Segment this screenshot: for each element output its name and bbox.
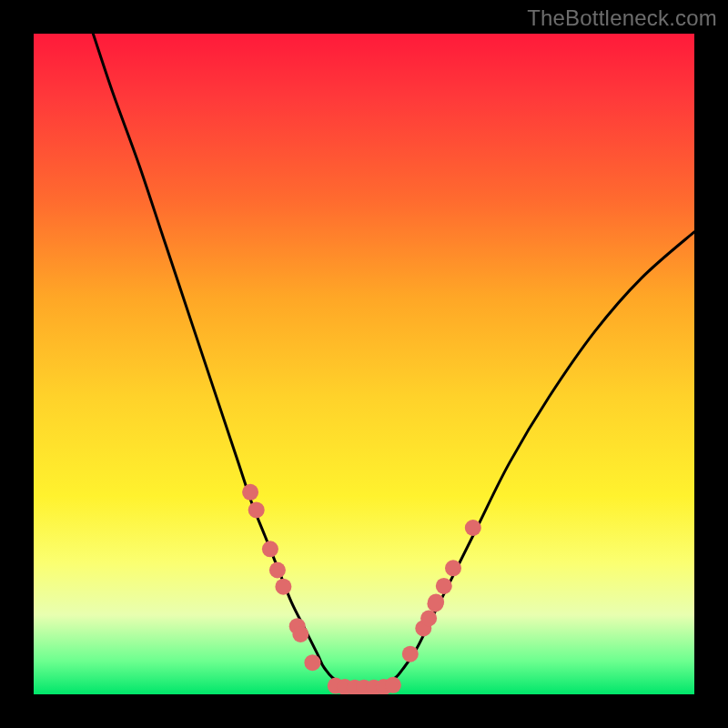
data-point bbox=[269, 562, 286, 579]
data-point bbox=[304, 654, 320, 671]
data-point bbox=[436, 578, 452, 594]
chart-stage: TheBottleneck.com bbox=[0, 0, 728, 728]
curve-layer bbox=[93, 34, 694, 688]
data-point bbox=[248, 501, 265, 518]
dots-layer bbox=[242, 484, 481, 694]
watermark-text: TheBottleneck.com bbox=[527, 5, 717, 31]
data-point bbox=[242, 484, 258, 500]
plot-area bbox=[34, 34, 694, 694]
data-point bbox=[445, 560, 461, 576]
bottleneck-curve bbox=[93, 34, 694, 688]
data-point bbox=[402, 646, 419, 662]
data-point bbox=[420, 611, 437, 627]
data-point bbox=[465, 520, 481, 536]
data-point bbox=[428, 593, 444, 610]
data-point bbox=[275, 579, 291, 595]
data-point bbox=[292, 626, 308, 642]
data-point bbox=[385, 677, 401, 693]
data-point bbox=[262, 541, 278, 557]
chart-svg bbox=[34, 34, 694, 694]
